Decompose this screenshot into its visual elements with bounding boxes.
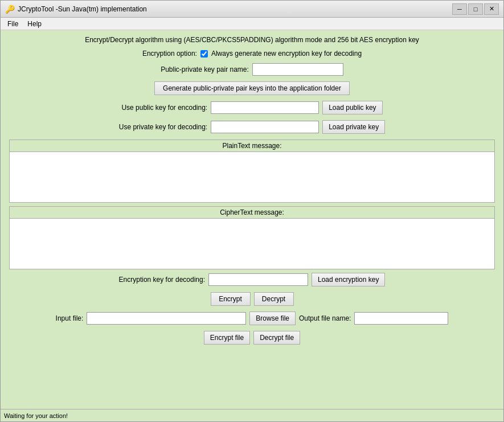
input-file-label: Input file:	[56, 314, 84, 322]
status-text: Waiting for your action!	[4, 412, 68, 419]
app-icon: 🔑	[5, 5, 14, 14]
private-key-row: Use private key for decoding: Load priva…	[9, 120, 495, 134]
encryption-option-checkbox[interactable]	[200, 50, 208, 58]
maximize-button[interactable]: □	[468, 3, 483, 15]
window-controls: ─ □ ✕	[452, 3, 499, 15]
decrypt-button[interactable]: Decrypt	[254, 292, 294, 306]
close-button[interactable]: ✕	[484, 3, 499, 15]
menu-help[interactable]: Help	[23, 19, 46, 29]
ciphertext-area-box	[9, 218, 495, 269]
load-encryption-key-button[interactable]: Load encryption key	[312, 273, 385, 286]
plaintext-section: PlainText message:	[9, 140, 495, 203]
plaintext-area-box	[9, 151, 495, 203]
load-public-key-button[interactable]: Load public key	[322, 101, 382, 114]
key-pair-name-input[interactable]	[252, 63, 343, 76]
plaintext-textarea[interactable]	[10, 152, 494, 202]
generate-keys-button[interactable]: Generate public-private pair keys into t…	[154, 81, 350, 95]
encryption-key-input[interactable]	[208, 273, 308, 286]
plaintext-label: PlainText message:	[9, 140, 495, 151]
menu-bar: File Help	[1, 18, 503, 30]
private-key-input[interactable]	[211, 121, 319, 133]
encryption-option-row: Encryption option: Always generate new e…	[9, 50, 495, 58]
input-file-input[interactable]	[87, 312, 246, 325]
encryption-option-text: Always generate new encryption key for d…	[211, 50, 362, 58]
decrypt-file-button[interactable]: Decrypt file	[253, 331, 300, 345]
output-file-label: Output file name:	[299, 314, 351, 322]
encryption-option-label: Encryption option:	[142, 50, 197, 58]
browse-file-button[interactable]: Browse file	[249, 312, 296, 325]
ciphertext-section: CipherText message:	[9, 206, 495, 269]
public-key-label: Use public key for encoding:	[121, 104, 207, 112]
minimize-button[interactable]: ─	[452, 3, 467, 15]
status-bar: Waiting for your action!	[1, 409, 503, 421]
key-pair-name-row: Public-private key pair name:	[9, 63, 495, 76]
encryption-key-label: Encryption key for decoding:	[119, 276, 205, 284]
file-row: Input file: Browse file Output file name…	[9, 312, 495, 325]
title-bar: 🔑 JCryptoTool -Sun Java(tm) implementati…	[1, 1, 503, 18]
ciphertext-label: CipherText message:	[9, 206, 495, 218]
output-file-input[interactable]	[354, 312, 448, 325]
encrypt-decrypt-row: Encrypt Decrypt	[9, 292, 495, 306]
ciphertext-textarea[interactable]	[10, 219, 494, 269]
private-key-label: Use private key for decoding:	[119, 123, 207, 131]
key-pair-name-label: Public-private key pair name:	[161, 65, 249, 73]
menu-file[interactable]: File	[3, 19, 23, 29]
load-private-key-button[interactable]: Load private key	[322, 120, 385, 134]
file-buttons-row: Encrypt file Decrypt file	[9, 331, 495, 345]
window-title: JCryptoTool -Sun Java(tm) implementation	[18, 5, 452, 13]
encryption-key-row: Encryption key for decoding: Load encryp…	[9, 273, 495, 286]
public-key-input[interactable]	[211, 101, 319, 114]
encrypt-button[interactable]: Encrypt	[211, 292, 251, 306]
main-content: Encrypt/Decrypt algorithm using (AES/CBC…	[1, 30, 503, 409]
encrypt-file-button[interactable]: Encrypt file	[204, 331, 250, 345]
generate-button-row: Generate public-private pair keys into t…	[9, 81, 495, 95]
public-key-row: Use public key for encoding: Load public…	[9, 101, 495, 114]
algorithm-info: Encrypt/Decrypt algorithm using (AES/CBC…	[9, 36, 495, 44]
